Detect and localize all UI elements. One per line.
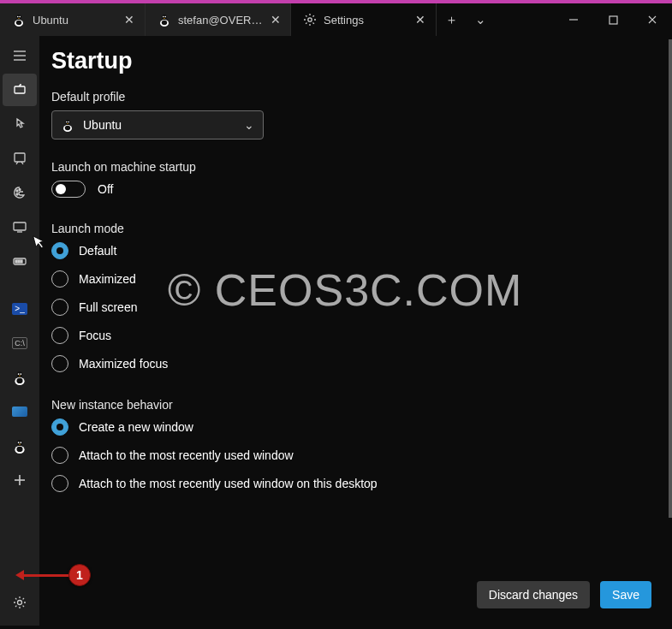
svg-point-9 — [164, 16, 166, 18]
sidebar-profile-powershell[interactable]: >_ — [3, 293, 37, 325]
new-instance-label: New instance behavior — [51, 398, 662, 412]
default-profile-label: Default profile — [51, 90, 662, 104]
svg-point-23 — [19, 189, 21, 191]
svg-point-48 — [68, 122, 69, 123]
radio-icon — [51, 242, 68, 259]
svg-point-43 — [18, 601, 22, 605]
svg-point-40 — [20, 442, 21, 443]
svg-rect-12 — [610, 16, 617, 24]
sidebar-item-interaction[interactable] — [3, 108, 37, 140]
tab-label: stefan@OVERLORD — [178, 14, 264, 27]
radio-icon — [51, 327, 68, 344]
svg-point-3 — [17, 16, 19, 18]
svg-rect-28 — [15, 260, 17, 263]
sidebar-profile-ubuntu-2[interactable] — [3, 430, 37, 462]
radio-icon — [51, 299, 68, 316]
scrollbar[interactable] — [669, 39, 672, 518]
svg-point-44 — [65, 120, 70, 125]
svg-point-4 — [19, 16, 21, 18]
sidebar-item-appearance[interactable] — [3, 142, 37, 175]
chevron-down-icon: ⌄ — [244, 118, 254, 132]
maximize-button[interactable] — [593, 3, 633, 36]
radio-label: Attach to the most recently used window … — [79, 477, 378, 490]
tab-ubuntu[interactable]: Ubuntu ✕ — [0, 3, 146, 36]
page-title: Startup — [51, 48, 662, 74]
discard-changes-button[interactable]: Discard changes — [477, 581, 590, 608]
svg-rect-29 — [18, 260, 20, 263]
sidebar-item-startup[interactable] — [3, 74, 37, 106]
gear-icon — [303, 13, 317, 27]
svg-rect-21 — [15, 153, 25, 162]
svg-point-39 — [18, 442, 20, 443]
radio-label: Default — [79, 244, 116, 258]
close-icon[interactable]: ✕ — [122, 13, 136, 27]
radio-label: Attach to the most recently used window — [79, 448, 294, 462]
launch-on-startup-toggle[interactable] — [51, 181, 86, 198]
radio-newinstance-attach-desktop[interactable]: Attach to the most recently used window … — [51, 475, 662, 492]
tab-label: Ubuntu — [33, 14, 116, 27]
svg-point-36 — [17, 440, 23, 446]
ubuntu-icon — [158, 13, 171, 27]
radio-launch-fullscreen[interactable]: Full screen — [51, 299, 662, 316]
sidebar-profile-cmd[interactable]: C:\ — [3, 327, 37, 359]
new-instance-group: Create a new window Attach to the most r… — [51, 418, 662, 492]
tab-label: Settings — [324, 14, 407, 27]
svg-point-46 — [65, 126, 70, 131]
svg-point-24 — [16, 193, 18, 195]
settings-sidebar: >_ C:\ — [0, 36, 39, 626]
radio-icon — [51, 447, 68, 464]
dropdown-value: Ubuntu — [83, 118, 235, 132]
sidebar-settings-gear[interactable] — [3, 586, 37, 619]
minimize-button[interactable] — [554, 3, 593, 36]
svg-point-31 — [17, 371, 23, 377]
radio-launch-maxfocus[interactable]: Maximized focus — [51, 355, 662, 372]
sidebar-profile-azure[interactable] — [3, 395, 37, 428]
settings-content: Startup Default profile Ubuntu ⌄ Launch … — [39, 36, 672, 626]
sidebar-item-rendering[interactable] — [3, 211, 37, 243]
ubuntu-icon — [12, 13, 26, 27]
launch-mode-label: Launch mode — [51, 222, 662, 235]
footer-buttons: Discard changes Save — [477, 581, 651, 608]
close-icon[interactable]: ✕ — [271, 13, 282, 27]
radio-label: Full screen — [79, 300, 137, 314]
tab-dropdown-button[interactable]: ⌄ — [466, 3, 495, 36]
save-button[interactable]: Save — [600, 581, 651, 608]
svg-point-7 — [162, 21, 167, 26]
svg-rect-18 — [15, 86, 25, 93]
new-tab-button[interactable]: ＋ — [437, 3, 466, 36]
svg-point-0 — [16, 15, 21, 20]
radio-label: Focus — [79, 329, 111, 342]
close-icon[interactable]: ✕ — [413, 13, 427, 27]
radio-label: Maximized — [79, 272, 136, 286]
default-profile-dropdown[interactable]: Ubuntu ⌄ — [51, 110, 264, 139]
svg-point-35 — [20, 373, 21, 375]
tabbar-actions: ＋ ⌄ — [437, 3, 495, 36]
sidebar-add-profile-button[interactable] — [3, 464, 37, 496]
radio-label: Create a new window — [79, 420, 193, 434]
radio-launch-maximized[interactable]: Maximized — [51, 270, 662, 288]
radio-label: Maximized focus — [79, 357, 168, 371]
radio-newinstance-attach-recent[interactable]: Attach to the most recently used window — [51, 447, 662, 464]
sidebar-item-actions[interactable] — [3, 245, 37, 277]
sidebar-profile-ubuntu-1[interactable] — [3, 361, 37, 394]
toggle-state-text: Off — [98, 182, 113, 196]
title-bar: Ubuntu ✕ stefan@OVERLORD ✕ Settings ✕ ＋ … — [0, 3, 672, 36]
radio-newinstance-newwindow[interactable]: Create a new window — [51, 418, 662, 436]
tab-settings[interactable]: Settings ✕ — [291, 3, 437, 36]
svg-point-22 — [16, 190, 18, 192]
radio-icon — [51, 270, 68, 288]
svg-point-34 — [18, 373, 20, 375]
launch-mode-group: Default Maximized Full screen Focus Maxi… — [51, 242, 662, 372]
svg-point-5 — [162, 15, 167, 20]
radio-launch-focus[interactable]: Focus — [51, 327, 662, 344]
radio-icon — [51, 355, 68, 372]
svg-rect-25 — [14, 223, 26, 230]
sidebar-item-color-schemes[interactable] — [3, 176, 37, 209]
radio-icon — [51, 418, 68, 436]
hamburger-menu-button[interactable] — [3, 39, 37, 72]
svg-point-47 — [66, 122, 68, 123]
ubuntu-icon — [61, 118, 74, 132]
tab-stefan[interactable]: stefan@OVERLORD ✕ — [146, 3, 291, 36]
close-window-button[interactable] — [633, 3, 672, 36]
radio-launch-default[interactable]: Default — [51, 242, 662, 259]
